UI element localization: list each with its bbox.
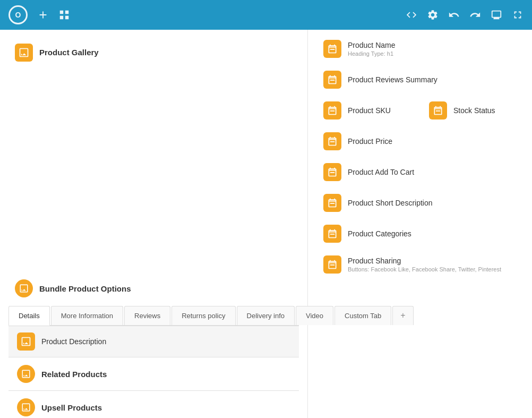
tab-delivery-info[interactable]: Delivery info [237, 306, 295, 325]
toolbar-left: O [8, 5, 70, 24]
tab-more-information[interactable]: More Information [51, 306, 123, 325]
widget-sku-icon [323, 101, 341, 120]
related-products-label: Related Products [41, 370, 107, 379]
grid-button[interactable] [58, 9, 70, 21]
monitor-button[interactable] [491, 9, 502, 21]
bundle-options-icon [15, 279, 33, 297]
add-button[interactable] [37, 9, 49, 21]
widget-price-icon [323, 132, 341, 150]
main-content: Product Gallery Bundle Product Options D… [0, 30, 532, 418]
left-column: Product Gallery Bundle Product Options D… [0, 30, 308, 418]
bundle-product-options-section[interactable]: Bundle Product Options [8, 274, 299, 303]
widget-product-name-text: Product Name Heading Type: h1 [348, 41, 395, 57]
widget-reviews-label: Product Reviews Summary [348, 75, 437, 84]
upsell-products-block[interactable]: Upsell Products [8, 390, 299, 418]
tabs-container: Details More Information Reviews Returns… [8, 306, 299, 326]
widget-product-name[interactable]: Product Name Heading Type: h1 [316, 34, 524, 64]
widget-stock-icon [429, 101, 447, 120]
related-products-icon [17, 365, 35, 383]
widget-sharing-icon [323, 255, 341, 274]
widget-product-name-icon [323, 40, 341, 58]
widget-reviews-icon [323, 71, 341, 89]
product-gallery-section[interactable]: Product Gallery [8, 38, 299, 67]
widget-categories-label: Product Categories [348, 229, 411, 238]
widget-product-categories[interactable]: Product Categories [316, 219, 524, 249]
widget-sharing-text: Product Sharing Buttons: Facebook Like, … [348, 257, 501, 272]
sku-stock-row: Product SKU Stock Status [316, 96, 524, 125]
related-products-block[interactable]: Related Products [8, 357, 299, 390]
widget-product-price[interactable]: Product Price [316, 126, 524, 156]
widget-product-short-description[interactable]: Product Short Description [316, 188, 524, 218]
widget-product-sku[interactable]: Product SKU [316, 96, 418, 125]
widget-price-label: Product Price [348, 137, 392, 146]
widget-product-reviews-summary[interactable]: Product Reviews Summary [316, 65, 524, 95]
bundle-options-label: Bundle Product Options [39, 284, 131, 293]
upsell-products-label: Upsell Products [41, 403, 102, 412]
product-description-icon [17, 332, 35, 351]
widget-product-add-to-cart[interactable]: Product Add To Cart [316, 157, 524, 187]
tab-reviews[interactable]: Reviews [124, 306, 170, 325]
widget-categories-icon [323, 225, 341, 243]
tab-details[interactable]: Details [8, 306, 50, 326]
redo-button[interactable] [469, 9, 481, 21]
gallery-area [8, 69, 299, 271]
widget-sku-label: Product SKU [348, 106, 391, 115]
upsell-products-icon [17, 398, 35, 416]
widget-add-to-cart-label: Product Add To Cart [348, 168, 414, 176]
code-button[interactable] [406, 9, 417, 21]
widget-product-sharing[interactable]: Product Sharing Buttons: Facebook Like, … [316, 250, 524, 279]
fullscreen-button[interactable] [512, 9, 524, 21]
widget-short-desc-icon [323, 194, 341, 212]
product-description-label: Product Description [41, 337, 106, 346]
settings-button[interactable] [427, 9, 439, 21]
toolbar-right [406, 9, 524, 21]
product-gallery-label: Product Gallery [39, 44, 99, 62]
right-column: Product Name Heading Type: h1 Product Re… [308, 30, 532, 418]
logo-button[interactable]: O [8, 5, 28, 24]
product-description-block[interactable]: Product Description [8, 326, 299, 357]
tab-returns-policy[interactable]: Returns policy [171, 306, 235, 325]
product-gallery-icon [15, 44, 33, 62]
widget-stock-status[interactable]: Stock Status [422, 96, 524, 125]
widget-short-desc-label: Product Short Description [348, 199, 433, 207]
toolbar: O [0, 0, 532, 30]
widget-stock-label: Stock Status [453, 106, 495, 115]
widget-add-to-cart-icon [323, 163, 341, 181]
undo-button[interactable] [448, 9, 460, 21]
